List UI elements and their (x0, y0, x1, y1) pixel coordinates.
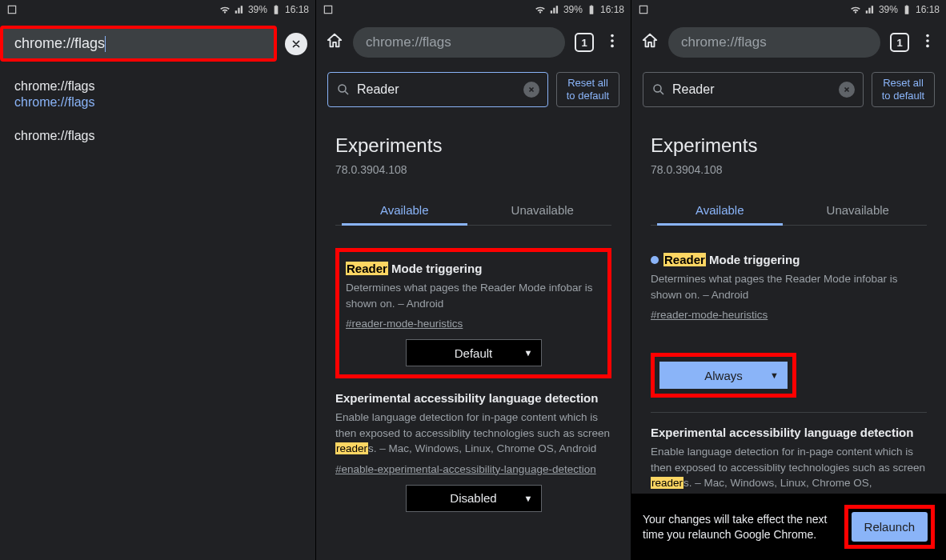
flags-content: Experiments 78.0.3904.108 Available Unav… (316, 114, 631, 560)
relaunch-button[interactable]: Relaunch (852, 512, 928, 542)
tabs-button[interactable]: 1 (575, 33, 594, 52)
battery-icon (271, 4, 282, 15)
more-vert-icon (603, 32, 621, 50)
svg-point-9 (926, 45, 929, 48)
flags-tabs: Available Unavailable (335, 194, 611, 226)
wifi-icon (219, 4, 230, 15)
battery-percent: 39% (563, 4, 583, 15)
flag-hash-link[interactable]: #enable-experimental-accessibility-langu… (335, 463, 596, 475)
signal-icon (549, 4, 560, 15)
url-bar[interactable]: chrome://flags (668, 27, 880, 58)
tab-available[interactable]: Available (335, 194, 474, 225)
url-bar[interactable]: chrome://flags (353, 27, 565, 58)
dropdown-value: Always (704, 369, 743, 382)
clear-search-button[interactable] (839, 82, 855, 98)
flag-hash-link[interactable]: #reader-mode-heuristics (651, 309, 768, 321)
chrome-version: 78.0.3904.108 (651, 163, 927, 176)
dropdown-value: Disabled (450, 491, 496, 505)
more-vert-icon (919, 32, 936, 50)
suggestion-url: chrome://flags (14, 95, 301, 110)
flags-search-row: Reset all to default (316, 66, 631, 114)
search-icon (651, 82, 666, 97)
svg-rect-1 (324, 6, 331, 13)
close-icon (527, 86, 535, 94)
flag-reader-mode: Reader Mode triggering Determines what p… (346, 257, 601, 366)
status-bar: 39% 16:18 (316, 0, 631, 19)
screen-1-address-edit: 39% 16:18 chrome://flags chrome://flags … (0, 0, 315, 560)
svg-rect-6 (639, 6, 647, 13)
browser-toolbar: chrome://flags 1 (316, 19, 631, 66)
battery-icon (586, 4, 597, 15)
wifi-icon (850, 4, 861, 15)
close-icon (291, 38, 302, 50)
svg-point-4 (611, 45, 614, 48)
home-button[interactable] (326, 32, 343, 53)
flags-search-field[interactable] (643, 72, 864, 107)
suggestion-item[interactable]: chrome://flags chrome://flags (14, 68, 301, 110)
flag-dropdown-default[interactable]: Default ▼ (406, 339, 542, 366)
highlight-relaunch: Relaunch (844, 505, 935, 549)
flags-search-input[interactable] (672, 82, 832, 97)
tabs-button[interactable]: 1 (890, 33, 909, 52)
text-cursor (105, 36, 106, 52)
notification-icon (6, 4, 18, 15)
flag-description: Enable language detection for in-page co… (651, 444, 927, 491)
flag-dropdown-disabled[interactable]: Disabled ▼ (406, 485, 542, 512)
svg-point-7 (926, 34, 929, 38)
search-highlight: Reader (346, 262, 388, 275)
clock: 16:18 (285, 4, 309, 15)
status-bar: 39% 16:18 (0, 0, 315, 19)
svg-point-8 (926, 39, 929, 42)
flag-title: Reader Mode triggering (651, 253, 927, 266)
flags-search-row: Reset all to default (631, 66, 946, 114)
flag-title: Reader Mode triggering (346, 262, 601, 275)
status-bar: 39% 16:18 (631, 0, 946, 19)
flag-reader-mode: Reader Mode triggering Determines what p… (651, 253, 927, 413)
tab-available[interactable]: Available (651, 194, 789, 225)
search-highlight: Reader (663, 253, 706, 266)
address-input[interactable]: chrome://flags (14, 35, 105, 52)
flag-title: Experimental accessibility language dete… (335, 391, 611, 405)
search-highlight: reader (651, 477, 683, 489)
battery-percent: 39% (248, 4, 267, 15)
signal-icon (864, 4, 876, 15)
close-icon (843, 86, 851, 94)
battery-icon (901, 4, 912, 15)
flag-title-rest: Mode triggering (706, 253, 800, 266)
home-button[interactable] (641, 32, 659, 53)
address-input-highlight: chrome://flags (0, 26, 277, 62)
reset-all-button[interactable]: Reset all to default (556, 72, 619, 107)
flag-dropdown-always[interactable]: Always ▼ (659, 362, 788, 389)
clock: 16:18 (916, 4, 940, 15)
svg-point-2 (611, 34, 614, 38)
clear-address-button[interactable] (285, 33, 307, 55)
svg-point-10 (654, 85, 661, 92)
highlight-dropdown-always: Always ▼ (651, 353, 796, 398)
chrome-version: 78.0.3904.108 (335, 163, 611, 176)
tab-unavailable[interactable]: Unavailable (474, 194, 612, 225)
tab-unavailable[interactable]: Unavailable (789, 194, 928, 225)
reset-all-button[interactable]: Reset all to default (872, 72, 935, 107)
svg-point-5 (339, 85, 346, 92)
flags-tabs: Available Unavailable (651, 194, 927, 226)
highlight-reader-mode: Reader Mode triggering Determines what p… (335, 248, 611, 378)
search-icon (336, 82, 351, 97)
overflow-menu-button[interactable] (603, 32, 621, 53)
flag-hash-link[interactable]: #reader-mode-heuristics (346, 318, 463, 330)
battery-percent: 39% (879, 4, 898, 15)
screen-2-flags-default: 39% 16:18 chrome://flags 1 Reset all to … (315, 0, 631, 560)
experiments-heading: Experiments (651, 134, 927, 157)
overflow-menu-button[interactable] (919, 32, 936, 53)
browser-toolbar: chrome://flags 1 (631, 19, 946, 66)
experiments-heading: Experiments (335, 134, 611, 157)
address-bar-row: chrome://flags (0, 19, 315, 68)
relaunch-bar: Your changes will take effect the next t… (631, 494, 946, 560)
clear-search-button[interactable] (523, 82, 539, 98)
flags-search-field[interactable] (327, 72, 548, 107)
flag-title-rest: Mode triggering (388, 262, 483, 275)
suggestion-item[interactable]: chrome://flags (14, 110, 301, 143)
wifi-icon (535, 4, 546, 15)
flags-search-input[interactable] (357, 82, 517, 97)
chevron-down-icon: ▼ (524, 348, 533, 358)
svg-point-3 (611, 39, 614, 42)
